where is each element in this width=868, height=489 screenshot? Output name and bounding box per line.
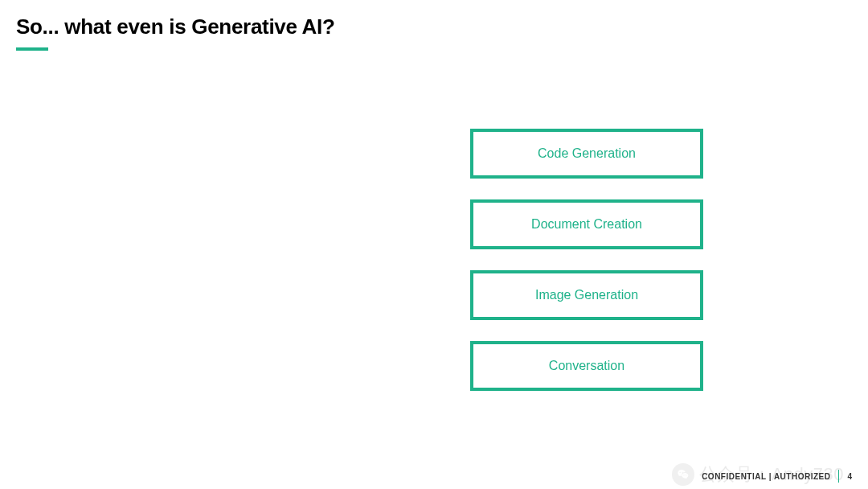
category-box: Image Generation: [470, 270, 703, 320]
page-title: So... what even is Generative AI?: [16, 14, 335, 39]
category-box: Conversation: [470, 341, 703, 391]
category-label: Image Generation: [535, 288, 638, 302]
slide-footer: CONFIDENTIAL | AUTHORIZED 4: [702, 470, 852, 483]
category-box: Code Generation: [470, 129, 703, 179]
title-area: So... what even is Generative AI?: [16, 14, 335, 51]
wechat-icon: [672, 463, 694, 486]
category-label: Code Generation: [538, 146, 636, 161]
footer-divider: [838, 470, 839, 483]
category-label: Conversation: [549, 359, 624, 373]
category-box: Document Creation: [470, 199, 703, 249]
category-label: Document Creation: [531, 217, 642, 232]
confidentiality-label: CONFIDENTIAL | AUTHORIZED: [702, 472, 830, 481]
category-boxes: Code Generation Document Creation Image …: [470, 129, 703, 391]
page-number: 4: [847, 472, 852, 481]
title-underline: [16, 47, 48, 51]
